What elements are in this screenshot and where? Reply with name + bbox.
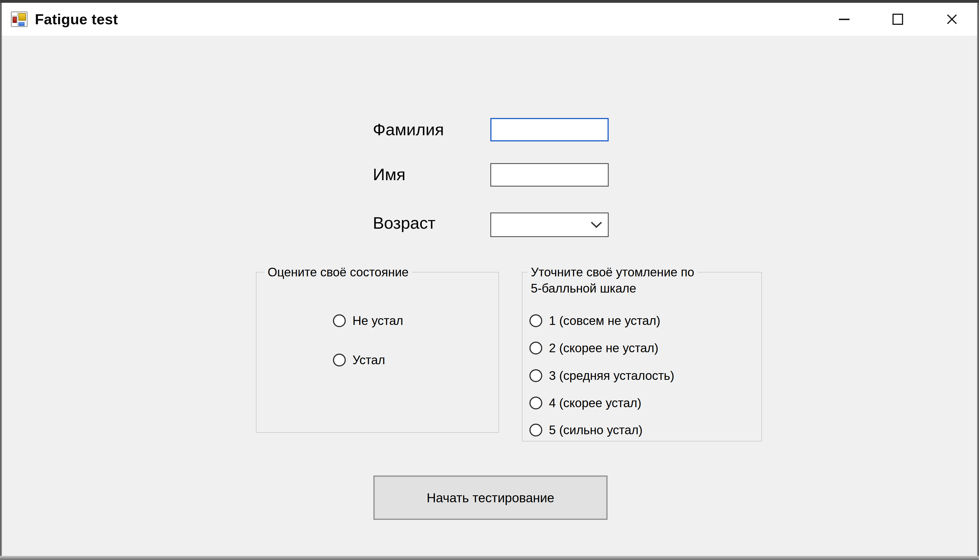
surname-label: Фамилия	[373, 120, 444, 140]
radio-button-icon[interactable]	[530, 314, 542, 327]
minimize-button[interactable]	[827, 3, 861, 36]
age-combobox[interactable]	[490, 213, 609, 237]
radio-option-label: Устал	[353, 353, 385, 367]
radio-option-scale-2[interactable]: 2 (скорее не устал)	[530, 340, 658, 356]
scale-groupbox: Уточните своё утомление по 5-балльной шк…	[522, 272, 762, 442]
titlebar[interactable]: Fatigue test	[2, 3, 977, 36]
radio-button-icon[interactable]	[333, 314, 346, 327]
screen-top-edge	[0, 0, 979, 3]
window-title: Fatigue test	[35, 11, 118, 28]
age-label: Возраст	[373, 213, 435, 233]
radio-option-label: 5 (сильно устал)	[549, 423, 642, 437]
radio-button-icon[interactable]	[530, 423, 542, 437]
app-icon-gold-square	[18, 13, 26, 21]
radio-button-icon[interactable]	[530, 369, 542, 382]
state-groupbox: Оцените своё состояние Не устал Устал	[256, 272, 499, 433]
radio-option-label: 4 (скорее устал)	[549, 396, 642, 410]
close-button[interactable]	[935, 3, 969, 36]
scale-groupbox-title: Уточните своё утомление по 5-балльной шк…	[528, 264, 698, 297]
maximize-button[interactable]	[881, 3, 914, 36]
radio-option-label: 1 (совсем не устал)	[549, 314, 660, 328]
minimize-icon	[839, 19, 850, 20]
app-icon-grid	[17, 12, 18, 26]
app-icon-red-square	[13, 17, 17, 23]
start-test-button[interactable]: Начать тестирование	[373, 475, 608, 520]
radio-option-label: 3 (средняя усталость)	[549, 369, 674, 383]
app-window: Fatigue test Фамилия Имя Возраст Оцените…	[0, 0, 979, 560]
scale-groupbox-title-line2: 5-балльной шкале	[531, 280, 694, 297]
radio-option-label: Не устал	[353, 314, 403, 328]
radio-option-scale-5[interactable]: 5 (сильно устал)	[530, 423, 642, 438]
form-client-area: Фамилия Имя Возраст Оцените своё состоян…	[2, 36, 977, 556]
radio-option-not-tired[interactable]: Не устал	[333, 313, 403, 328]
state-groupbox-title: Оцените своё состояние	[264, 264, 412, 280]
radio-option-tired[interactable]: Устал	[333, 353, 385, 368]
name-input[interactable]	[490, 163, 609, 187]
radio-option-scale-4[interactable]: 4 (скорее устал)	[530, 395, 642, 410]
name-label: Имя	[373, 165, 406, 185]
radio-button-icon[interactable]	[333, 353, 346, 367]
surname-input[interactable]	[490, 118, 609, 142]
app-icon-blue-square	[18, 22, 25, 26]
window-right-edge	[977, 3, 979, 560]
radio-option-scale-1[interactable]: 1 (совсем не устал)	[530, 313, 660, 328]
close-icon	[946, 14, 957, 25]
app-icon	[11, 12, 28, 27]
window-left-edge	[0, 3, 2, 560]
window-bottom-edge	[0, 556, 979, 560]
radio-option-scale-3[interactable]: 3 (средняя усталость)	[530, 368, 674, 383]
app-icon-grid	[12, 16, 17, 16]
radio-option-label: 2 (скорее не устал)	[549, 341, 658, 355]
maximize-icon	[892, 14, 903, 25]
chevron-down-icon	[591, 222, 602, 228]
radio-button-icon[interactable]	[530, 342, 542, 355]
scale-groupbox-title-line1: Уточните своё утомление по	[531, 264, 694, 280]
radio-button-icon[interactable]	[530, 397, 542, 409]
